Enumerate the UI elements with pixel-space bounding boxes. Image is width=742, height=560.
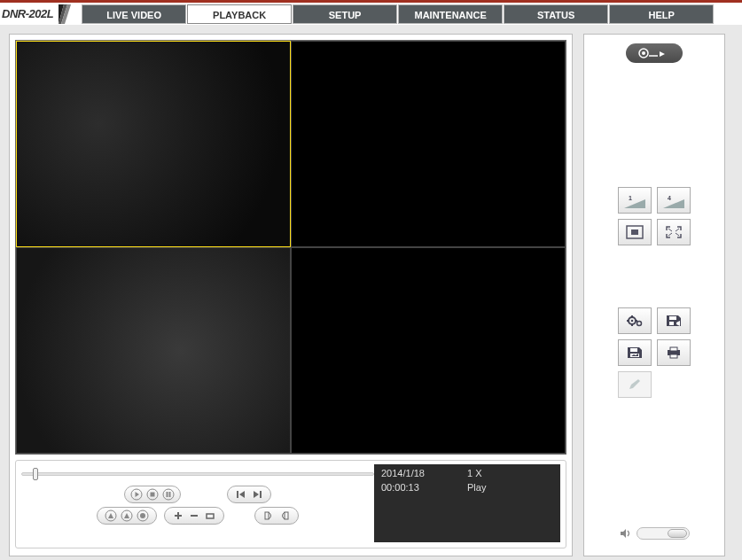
- volume-slider[interactable]: [637, 527, 690, 540]
- tab-setup[interactable]: SETUP: [293, 4, 397, 24]
- top-bar: DNR-202L LIVE VIDEO PLAYBACK SETUP MAINT…: [0, 0, 742, 25]
- film-reel-open-icon: [637, 47, 672, 59]
- actual-size-button[interactable]: [618, 219, 652, 245]
- edit-button: [618, 371, 652, 398]
- print-button[interactable]: [657, 339, 691, 366]
- svg-rect-53: [670, 347, 677, 351]
- nav-tabs: LIVE VIDEO PLAYBACK SETUP MAINTENANCE ST…: [82, 4, 715, 24]
- svg-text:1: 1: [629, 195, 632, 201]
- svg-rect-8: [167, 492, 168, 497]
- svg-line-35: [668, 229, 672, 231]
- svg-line-38: [676, 233, 679, 236]
- dewarp-alt-button[interactable]: [278, 509, 291, 522]
- cue-group: [97, 507, 157, 525]
- main-panel: 2014/1/18 1 X 00:00:13 Play: [9, 34, 573, 556]
- dewarp-group: [254, 507, 299, 525]
- volume-knob[interactable]: [668, 529, 687, 538]
- video-thumb-1: [17, 42, 290, 246]
- scrub-track[interactable]: [21, 472, 374, 476]
- slashes-decor: [59, 4, 80, 24]
- svg-point-40: [631, 320, 634, 323]
- tab-playback[interactable]: PLAYBACK: [187, 4, 292, 24]
- info-state: Play: [467, 482, 553, 496]
- model-label: DNR-202L: [0, 7, 59, 20]
- controls-left: [21, 464, 374, 542]
- svg-rect-13: [260, 491, 262, 498]
- cue-out-button[interactable]: [121, 509, 133, 522]
- info-speed: 1 X: [467, 468, 553, 482]
- svg-point-7: [163, 489, 174, 500]
- svg-rect-24: [265, 512, 269, 519]
- save-video-button[interactable]: [657, 307, 691, 334]
- save-image-button[interactable]: [618, 339, 652, 366]
- stop-button[interactable]: [146, 488, 159, 501]
- tab-help[interactable]: HELP: [609, 4, 714, 24]
- svg-text:4: 4: [668, 195, 671, 201]
- print-icon: [665, 346, 683, 360]
- pause-button[interactable]: [162, 488, 175, 501]
- scrub-thumb[interactable]: [33, 468, 38, 480]
- svg-marker-17: [124, 513, 129, 518]
- svg-marker-55: [621, 529, 626, 538]
- svg-marker-29: [624, 199, 645, 208]
- layout-single-button[interactable]: 1: [618, 187, 652, 214]
- video-cell-1[interactable]: [16, 41, 291, 247]
- layout-quad-button[interactable]: 4: [657, 187, 691, 214]
- svg-rect-23: [207, 514, 214, 518]
- step-group: [227, 486, 271, 503]
- svg-rect-25: [285, 512, 288, 519]
- actual-size-icon: [626, 225, 644, 239]
- video-grid: [15, 40, 566, 455]
- save-image-icon: [626, 346, 644, 360]
- transport-main-group: [124, 486, 181, 503]
- zoom-out-button[interactable]: [188, 509, 200, 522]
- save-video-icon: [665, 314, 683, 328]
- svg-line-37: [668, 233, 672, 236]
- svg-point-27: [642, 51, 645, 55]
- svg-rect-54: [670, 354, 677, 358]
- svg-rect-9: [169, 492, 171, 497]
- pencil-icon: [627, 377, 643, 392]
- svg-rect-49: [630, 348, 637, 352]
- quad-view-icon: 4: [663, 192, 684, 208]
- volume-control: [593, 527, 715, 540]
- video-thumb-3: [17, 248, 290, 453]
- open-recording-button[interactable]: [626, 43, 683, 63]
- play-button[interactable]: [130, 488, 143, 501]
- layout-buttons: 1 4: [618, 187, 691, 245]
- svg-marker-31: [663, 199, 684, 208]
- svg-rect-34: [631, 229, 638, 235]
- single-view-icon: 1: [624, 192, 645, 208]
- speaker-icon: [619, 527, 631, 540]
- fullscreen-button[interactable]: [657, 219, 691, 245]
- workspace: 2014/1/18 1 X 00:00:13 Play 1: [0, 25, 742, 556]
- tab-status[interactable]: STATUS: [504, 4, 608, 24]
- svg-marker-15: [108, 513, 113, 518]
- record-button[interactable]: [137, 509, 149, 522]
- zoom-in-button[interactable]: [172, 509, 184, 522]
- step-forward-button[interactable]: [251, 488, 263, 501]
- video-cell-3[interactable]: [16, 247, 291, 454]
- svg-rect-10: [237, 491, 238, 498]
- playback-controls: 2014/1/18 1 X 00:00:13 Play: [15, 460, 566, 548]
- zoom-reset-button[interactable]: [204, 509, 216, 522]
- gear-icon: [626, 314, 644, 328]
- step-back-button[interactable]: [235, 488, 247, 501]
- svg-rect-6: [151, 493, 155, 497]
- svg-marker-12: [254, 491, 259, 498]
- video-cell-2[interactable]: [291, 41, 566, 247]
- cue-in-button[interactable]: [105, 509, 117, 522]
- info-date: 2014/1/18: [381, 468, 467, 482]
- svg-point-19: [140, 513, 145, 518]
- svg-line-36: [676, 229, 679, 231]
- sidebar: 1 4: [583, 34, 725, 556]
- tab-maintenance[interactable]: MAINTENANCE: [398, 4, 503, 24]
- tool-buttons: [618, 307, 691, 398]
- svg-marker-28: [660, 51, 665, 57]
- settings-button[interactable]: [618, 307, 652, 334]
- video-cell-4[interactable]: [291, 247, 566, 454]
- dewarp-button[interactable]: [262, 509, 275, 522]
- svg-marker-4: [136, 492, 140, 497]
- svg-point-45: [637, 322, 642, 326]
- tab-live-video[interactable]: LIVE VIDEO: [82, 4, 186, 24]
